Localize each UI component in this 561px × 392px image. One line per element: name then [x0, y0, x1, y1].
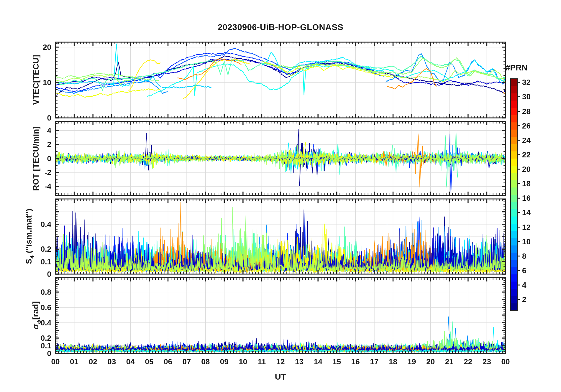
colorbar-tick-label: 30 — [522, 92, 531, 101]
x-tick-label: 02 — [89, 357, 97, 366]
x-tick-label: 08 — [201, 357, 210, 366]
x-tick-label: 12 — [276, 357, 285, 366]
x-tick-label: 00 — [51, 357, 60, 366]
y-tick-label-rot: -2 — [45, 168, 51, 177]
x-tick-label: 16 — [351, 357, 360, 366]
x-tick-label: 14 — [314, 357, 322, 366]
x-tick-label: 15 — [332, 357, 341, 366]
colorbar-tick-label: 32 — [522, 78, 531, 87]
x-tick-label: 06 — [164, 357, 172, 366]
y-axis-label-rot: ROT [TECU/min] — [31, 126, 41, 191]
colorbar-tick-label: 2 — [522, 295, 526, 304]
colorbar-title: #PRN — [506, 63, 528, 73]
s4-subscript: 4 — [29, 256, 35, 259]
sigma-suffix: [rad] — [31, 301, 40, 319]
y-tick-label-rot: 4 — [47, 126, 51, 135]
s4-suffix: ("ism.mat") — [24, 209, 33, 256]
sigma-symbol: σ — [31, 324, 40, 330]
colorbar-tick-label: 12 — [522, 223, 531, 232]
colorbar-tick-label: 22 — [522, 150, 531, 159]
y-tick-label-sigma_phi: 0.4 — [41, 318, 51, 327]
x-tick-label: 18 — [389, 357, 397, 366]
x-tick-label: 19 — [408, 357, 416, 366]
y-tick-label-s4: 0.1 — [41, 257, 51, 266]
x-tick-label: 04 — [126, 357, 135, 366]
y-tick-label-sigma_phi: 0.6 — [41, 303, 51, 312]
y-tick-label-vtec: 20 — [43, 42, 51, 52]
y-axis-label-vtec: VTEC[TECU] — [31, 55, 41, 105]
y-tick-label-rot: 2 — [47, 140, 51, 149]
x-axis-label: UT — [55, 372, 506, 382]
x-tick-label: 07 — [183, 357, 191, 366]
colorbar-tick-label: 8 — [522, 251, 526, 261]
colorbar-tick-label: 24 — [522, 136, 531, 145]
x-tick-label: 22 — [464, 357, 472, 366]
x-tick-label: 09 — [220, 357, 229, 366]
y-tick-label-s4: 0.4 — [41, 220, 51, 229]
y-axis-label-s4: S4 ("ism.mat") — [24, 209, 35, 264]
y-axis-label-rot-text: ROT [TECU/min] — [31, 126, 40, 191]
y-tick-label-rot: -4 — [45, 182, 51, 191]
x-tick-label: 03 — [107, 357, 116, 366]
x-tick-label: 10 — [239, 357, 247, 366]
colorbar-tick-label: 6 — [522, 266, 526, 275]
x-tick-label: 01 — [70, 357, 78, 366]
y-tick-label-sigma_phi: 0.8 — [41, 287, 51, 297]
chart-title: 20230906-UiB-HOP-GLONASS — [55, 22, 506, 32]
x-tick-label: 21 — [445, 357, 454, 366]
colorbar-tick-label: 18 — [522, 179, 531, 188]
y-tick-label-s4: 0.2 — [41, 245, 51, 254]
colorbar-tick-label: 26 — [522, 121, 531, 130]
x-tick-label: 00 — [501, 357, 510, 366]
x-tick-label: 20 — [426, 357, 435, 366]
s4-symbol: S — [24, 258, 33, 264]
y-tick-label-rot: 0 — [47, 154, 51, 163]
chart-canvas — [0, 0, 561, 392]
colorbar-tick-label: 20 — [522, 165, 531, 174]
colorbar-tick-label: 4 — [522, 281, 526, 290]
x-tick-label: 17 — [370, 357, 378, 366]
colorbar-tick-label: 28 — [522, 107, 531, 116]
y-axis-label-vtec-text: VTEC[TECU] — [31, 55, 40, 105]
x-tick-label: 23 — [483, 357, 491, 366]
glonass-scintillation-figure: 20230906-UiB-HOP-GLONASS VTEC[TECU] ROT … — [0, 0, 561, 392]
colorbar-tick-label: 14 — [522, 208, 531, 217]
y-tick-label-vtec: 10 — [43, 78, 51, 87]
colorbar-tick-label: 10 — [522, 237, 531, 246]
y-tick-label-s4: 0 — [47, 270, 51, 279]
y-tick-label-sigma_phi: 0.2 — [41, 333, 51, 342]
x-tick-label: 13 — [295, 357, 304, 366]
colorbar-tick-label: 16 — [522, 194, 531, 203]
x-tick-label: 11 — [258, 357, 266, 366]
x-tick-label: 05 — [145, 357, 153, 366]
y-tick-label-vtec: 0 — [47, 113, 51, 123]
